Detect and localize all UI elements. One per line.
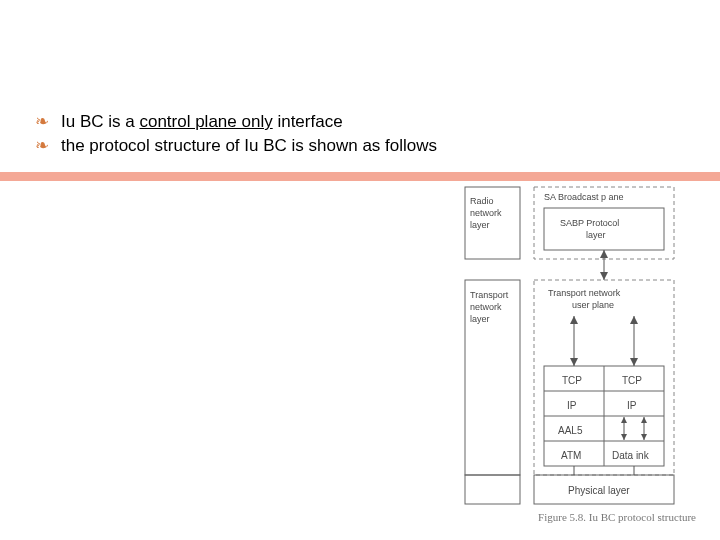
- coral-band: [0, 172, 720, 181]
- bullet-text-pre: the protocol structure of Iu BC is shown…: [61, 136, 437, 155]
- svg-text:Physical layer: Physical layer: [568, 485, 630, 496]
- svg-rect-11: [544, 208, 664, 250]
- svg-text:network: network: [470, 208, 502, 218]
- svg-text:AAL5: AAL5: [558, 425, 583, 436]
- svg-text:layer: layer: [470, 220, 490, 230]
- bullet-item: Iu BC is a control plane only interface: [35, 110, 437, 134]
- bullet-text-underlined: control plane only: [139, 112, 272, 131]
- bullet-item: the protocol structure of Iu BC is shown…: [35, 134, 437, 158]
- svg-text:layer: layer: [470, 314, 490, 324]
- svg-marker-36: [630, 316, 638, 324]
- svg-text:Transport network: Transport network: [548, 288, 621, 298]
- svg-text:IP: IP: [567, 400, 577, 411]
- svg-marker-34: [570, 358, 578, 366]
- svg-marker-37: [630, 358, 638, 366]
- figure-caption: Figure 5.8. Iu BC protocol structure: [538, 511, 696, 523]
- svg-text:Transport: Transport: [470, 290, 509, 300]
- bullet-list: Iu BC is a control plane only interface …: [35, 110, 437, 158]
- svg-text:TCP: TCP: [622, 375, 642, 386]
- svg-text:user plane: user plane: [572, 300, 614, 310]
- svg-text:network: network: [470, 302, 502, 312]
- svg-marker-33: [570, 316, 578, 324]
- bullet-text-post: interface: [273, 112, 343, 131]
- svg-text:Data ink: Data ink: [612, 450, 650, 461]
- svg-marker-39: [621, 417, 627, 423]
- svg-rect-8: [465, 475, 520, 504]
- svg-text:SA Broadcast p ane: SA Broadcast p ane: [544, 192, 624, 202]
- svg-text:ATM: ATM: [561, 450, 581, 461]
- svg-text:IP: IP: [627, 400, 637, 411]
- svg-text:layer: layer: [586, 230, 606, 240]
- svg-marker-42: [641, 417, 647, 423]
- svg-marker-40: [621, 434, 627, 440]
- svg-marker-16: [600, 272, 608, 280]
- svg-text:SABP Protocol: SABP Protocol: [560, 218, 619, 228]
- svg-text:TCP: TCP: [562, 375, 582, 386]
- svg-text:Radio: Radio: [470, 196, 494, 206]
- svg-marker-43: [641, 434, 647, 440]
- protocol-diagram: Radio network layer Transport network la…: [464, 186, 677, 506]
- svg-marker-15: [600, 250, 608, 258]
- bullet-text-pre: Iu BC is a: [61, 112, 139, 131]
